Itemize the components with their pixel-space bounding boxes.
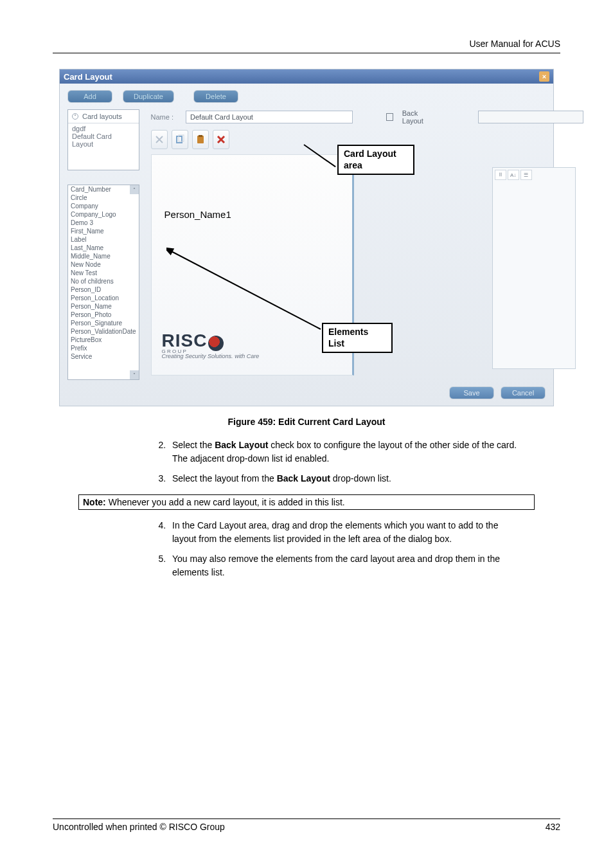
list-item[interactable]: Service: [71, 352, 136, 361]
step-item: You may also remove the elements from th…: [168, 552, 522, 579]
toolbar-copy-icon[interactable]: [172, 130, 188, 149]
list-item[interactable]: Prefix: [71, 344, 136, 352]
cancel-button[interactable]: Cancel: [501, 386, 546, 399]
prop-categorize-icon[interactable]: ⠿: [495, 170, 506, 180]
callout-arrow-icon: [166, 246, 333, 342]
save-button[interactable]: Save: [449, 386, 494, 399]
canvas-placeholder-person-name[interactable]: Person_Name1: [164, 209, 231, 220]
dialog-close-button[interactable]: ×: [539, 71, 549, 82]
dialog-title-text: Card Layout: [64, 72, 112, 82]
list-item[interactable]: Company: [71, 202, 136, 210]
card-layouts-header: Card layouts: [82, 113, 122, 120]
name-label: Name :: [151, 113, 179, 121]
collapse-icon[interactable]: ˄: [72, 113, 78, 120]
list-item[interactable]: New Test: [71, 269, 136, 277]
back-layout-label: Back Layout: [402, 109, 438, 125]
callout-card-layout-area: Card Layout area: [337, 145, 414, 175]
list-item[interactable]: Label: [71, 235, 136, 244]
list-item[interactable]: No of childrens: [71, 277, 136, 285]
list-item[interactable]: Demo 3: [71, 219, 136, 227]
note-text: Whenever you add a new card layout, it i…: [106, 497, 345, 507]
step-item: Select the layout from the Back Layout d…: [168, 472, 522, 485]
dialog-toolbar: Add Duplicate Delete: [67, 90, 546, 103]
list-item[interactable]: Person_ID: [71, 285, 136, 294]
name-input[interactable]: [186, 111, 353, 123]
scroll-down-icon[interactable]: ˅: [130, 370, 139, 379]
card-layouts-panel: ˄ Card layouts dgdf Default Card Layout: [67, 109, 139, 170]
page-header-right: User Manual for ACUS: [53, 39, 560, 53]
toolbar-paste-icon[interactable]: [192, 130, 209, 149]
list-item[interactable]: Card_Number: [71, 185, 136, 194]
list-item[interactable]: Person_Name: [71, 302, 136, 311]
step-item: Select the Back Layout check box to conf…: [168, 439, 522, 466]
list-item[interactable]: Middle_Name: [71, 252, 136, 260]
list-item[interactable]: Person_Location: [71, 294, 136, 302]
delete-button[interactable]: Delete: [193, 90, 238, 103]
footer-right: 432: [546, 822, 560, 832]
list-item[interactable]: Last_Name: [71, 244, 136, 252]
card-layouts-list[interactable]: dgdf Default Card Layout: [68, 123, 139, 170]
step-item: In the Card Layout area, drag and drop t…: [168, 519, 522, 546]
list-item[interactable]: New Node: [71, 260, 136, 269]
svg-line-4: [170, 251, 321, 329]
list-item[interactable]: Person_ValidationDate: [71, 327, 136, 336]
list-item[interactable]: Person_Signature: [71, 319, 136, 327]
scroll-up-icon[interactable]: ˄: [130, 185, 139, 194]
risco-tagline: Creating Security Solutions.: [162, 353, 233, 359]
dialog-body: Add Duplicate Delete ˄ Card layouts dgdf…: [60, 84, 553, 406]
steps-list-b: In the Card Layout area, drag and drop t…: [168, 519, 522, 579]
list-item[interactable]: Company_Logo: [71, 210, 136, 219]
header-divider: [53, 53, 560, 53]
dialog-titlebar: Card Layout ×: [60, 69, 553, 84]
figure-caption: Figure 459: Edit Current Card Layout: [53, 417, 560, 427]
steps-list-a: Select the Back Layout check box to conf…: [168, 439, 522, 485]
card-layout-dialog: Card Layout × Add Duplicate Delete ˄ Car…: [59, 69, 554, 406]
toolbar-delete-icon[interactable]: [213, 130, 229, 149]
risco-tagline-2: with Care: [235, 353, 259, 359]
note-box: Note: Whenever you add a new card layout…: [78, 494, 535, 510]
footer-left: Uncontrolled when printed © RISCO Group: [53, 822, 225, 832]
back-layout-select[interactable]: [478, 111, 583, 123]
back-layout-checkbox[interactable]: [386, 113, 393, 121]
svg-rect-3: [199, 135, 202, 137]
list-item[interactable]: PictureBox: [71, 336, 136, 344]
prop-sort-icon[interactable]: A↓: [508, 170, 519, 180]
toolbar-scissors-icon[interactable]: [151, 130, 168, 149]
elements-panel[interactable]: ˄ Card_NumberCircleCompanyCompany_LogoDe…: [67, 185, 139, 380]
list-item[interactable]: First_Name: [71, 227, 136, 235]
list-item[interactable]: Person_Photo: [71, 311, 136, 319]
note-label: Note:: [83, 497, 106, 507]
list-item[interactable]: dgdf: [72, 125, 135, 132]
prop-pages-icon[interactable]: ☰: [520, 170, 532, 180]
properties-panel: ⠿ A↓ ☰: [492, 167, 576, 369]
list-item[interactable]: Circle: [71, 194, 136, 202]
list-item[interactable]: Default Card Layout: [72, 132, 135, 148]
add-button[interactable]: Add: [67, 90, 112, 103]
duplicate-button[interactable]: Duplicate: [123, 90, 174, 103]
